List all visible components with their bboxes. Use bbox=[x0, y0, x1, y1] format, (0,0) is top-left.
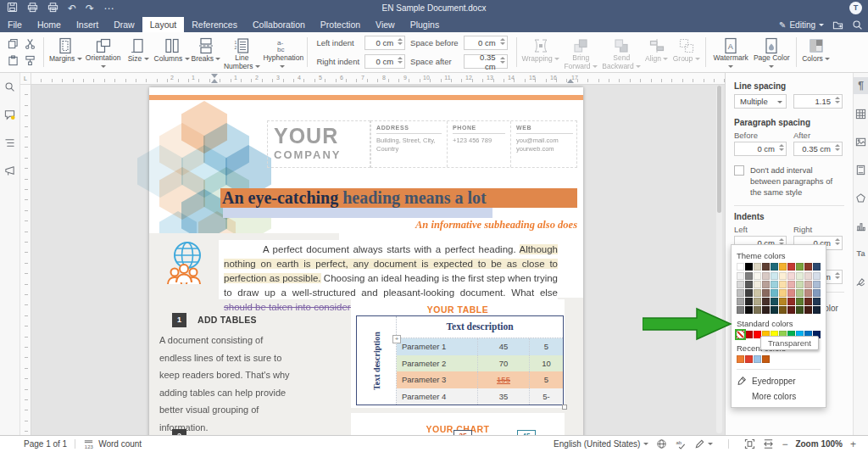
paste-icon[interactable] bbox=[6, 54, 19, 68]
tint-color-swatch[interactable] bbox=[804, 272, 812, 280]
recent-color-swatch[interactable] bbox=[754, 355, 761, 363]
tint-color-swatch[interactable] bbox=[771, 272, 778, 280]
tint-color-swatch[interactable] bbox=[787, 298, 795, 305]
page-indicator[interactable]: Page 1 of 1 bbox=[24, 439, 67, 449]
editing-mode-button[interactable]: ✎ Editing bbox=[779, 20, 824, 30]
table-settings-icon[interactable] bbox=[854, 105, 868, 122]
tab-layout[interactable]: Layout bbox=[142, 17, 185, 32]
ribbon-button-margins[interactable]: Margins bbox=[49, 34, 82, 70]
data-table[interactable]: Text description Text description Parame… bbox=[356, 315, 564, 405]
table-row[interactable]: Parameter 31555 bbox=[397, 371, 563, 388]
tint-color-swatch[interactable] bbox=[813, 272, 821, 280]
tint-color-swatch[interactable] bbox=[762, 298, 770, 305]
tint-color-swatch[interactable] bbox=[737, 272, 744, 280]
tint-color-swatch[interactable] bbox=[745, 281, 753, 288]
language-button[interactable]: English (United States) bbox=[554, 439, 648, 449]
tint-color-swatch[interactable] bbox=[771, 306, 778, 314]
tint-color-swatch[interactable] bbox=[779, 289, 787, 297]
tint-color-swatch[interactable] bbox=[737, 298, 744, 305]
tint-color-swatch[interactable] bbox=[813, 281, 821, 288]
table-row[interactable]: Parameter 27010 bbox=[397, 355, 563, 372]
tint-color-swatch[interactable] bbox=[813, 306, 821, 314]
eyedropper-button[interactable]: Eyedropper bbox=[737, 374, 821, 389]
tab-view[interactable]: View bbox=[368, 17, 403, 32]
right-indent-input[interactable]: 0 cm bbox=[364, 54, 405, 69]
tint-color-swatch[interactable] bbox=[796, 289, 804, 297]
standard-color-swatch[interactable] bbox=[745, 331, 753, 338]
ribbon-button-hyphenation[interactable]: a-bcHyphenation bbox=[263, 34, 302, 70]
theme-color-swatch[interactable] bbox=[737, 263, 744, 271]
feedback-icon[interactable] bbox=[4, 165, 15, 180]
ribbon-button-colors[interactable]: Colors bbox=[802, 34, 830, 70]
line-spacing-select[interactable]: Multiple bbox=[734, 94, 787, 109]
spacing-after-input[interactable]: 0.35 cm bbox=[793, 142, 843, 156]
word-count-button[interactable]: Word count bbox=[98, 439, 142, 449]
tint-color-swatch[interactable] bbox=[779, 306, 787, 314]
theme-color-swatch[interactable] bbox=[745, 263, 753, 271]
theme-color-swatch[interactable] bbox=[796, 263, 804, 271]
chart-settings-icon[interactable] bbox=[854, 217, 868, 234]
textart-settings-icon[interactable]: Ta bbox=[854, 245, 868, 262]
ribbon-button-columns[interactable]: Columns bbox=[154, 34, 190, 70]
tint-color-swatch[interactable] bbox=[787, 281, 795, 288]
set-language-icon[interactable] bbox=[656, 438, 667, 449]
recent-color-swatch[interactable] bbox=[737, 355, 744, 363]
zoom-level[interactable]: Zoom 100% bbox=[795, 439, 843, 449]
theme-color-swatch[interactable] bbox=[787, 263, 795, 271]
interval-checkbox[interactable] bbox=[734, 165, 744, 176]
spacing-before-input[interactable]: 0 cm bbox=[734, 142, 787, 156]
tint-color-swatch[interactable] bbox=[754, 281, 761, 288]
tab-collaboration[interactable]: Collaboration bbox=[245, 17, 313, 32]
tint-color-swatch[interactable] bbox=[762, 281, 770, 288]
tint-color-swatch[interactable] bbox=[813, 289, 821, 297]
navigation-icon[interactable] bbox=[4, 137, 15, 152]
section1-body[interactable]: A document consisting of endless lines o… bbox=[159, 332, 297, 435]
tint-color-swatch[interactable] bbox=[804, 289, 812, 297]
spellcheck-icon[interactable]: ab bbox=[675, 438, 687, 449]
tint-color-swatch[interactable] bbox=[787, 306, 795, 314]
table-row[interactable]: Parameter 4355- bbox=[397, 388, 563, 405]
theme-color-swatch[interactable] bbox=[804, 263, 812, 271]
tint-color-swatch[interactable] bbox=[771, 281, 778, 288]
document-scrollbar[interactable] bbox=[716, 86, 722, 433]
ribbon-button-watermark[interactable]: AWatermark bbox=[711, 34, 750, 70]
tint-color-swatch[interactable] bbox=[787, 289, 795, 297]
tab-draw[interactable]: Draw bbox=[106, 17, 142, 32]
tint-color-swatch[interactable] bbox=[745, 272, 753, 280]
tint-color-swatch[interactable] bbox=[737, 306, 744, 314]
tab-protection[interactable]: Protection bbox=[313, 17, 368, 32]
ribbon-button-size[interactable]: Size bbox=[125, 34, 153, 70]
document-page[interactable]: YOUR COMPANY ADDRESS Building, Street, C… bbox=[149, 87, 583, 435]
open-file-location-icon[interactable] bbox=[832, 20, 843, 31]
line-spacing-value-input[interactable]: 1.15 bbox=[793, 94, 843, 109]
search-icon[interactable] bbox=[4, 81, 15, 96]
ribbon-button-breaks[interactable]: Breaks bbox=[192, 34, 221, 70]
tint-color-swatch[interactable] bbox=[762, 306, 770, 314]
tint-color-swatch[interactable] bbox=[754, 306, 761, 314]
tint-color-swatch[interactable] bbox=[796, 272, 804, 280]
ribbon-button-page-color[interactable]: Page Color bbox=[752, 34, 791, 70]
fit-page-icon[interactable] bbox=[744, 438, 755, 449]
tint-color-swatch[interactable] bbox=[737, 289, 744, 297]
search-icon[interactable] bbox=[852, 20, 863, 31]
fit-width-icon[interactable] bbox=[763, 438, 774, 449]
more-colors-button[interactable]: More colors bbox=[737, 389, 821, 402]
recent-color-swatch[interactable] bbox=[745, 355, 753, 363]
tint-color-swatch[interactable] bbox=[771, 289, 778, 297]
theme-color-swatch[interactable] bbox=[813, 263, 821, 271]
table-resize-handle[interactable] bbox=[562, 405, 567, 410]
tint-color-swatch[interactable] bbox=[796, 281, 804, 288]
shape-settings-icon[interactable] bbox=[854, 189, 868, 206]
tint-color-swatch[interactable] bbox=[804, 281, 812, 288]
zoom-out-button[interactable]: − bbox=[782, 438, 787, 450]
zoom-in-button[interactable]: + bbox=[850, 438, 856, 450]
paragraph-settings-icon[interactable]: ¶ bbox=[854, 77, 868, 94]
signature-settings-icon[interactable] bbox=[854, 273, 868, 290]
first-line-indent-marker[interactable] bbox=[211, 74, 218, 78]
theme-color-swatch[interactable] bbox=[762, 263, 770, 271]
headerfooter-settings-icon[interactable] bbox=[854, 161, 868, 178]
theme-color-swatch[interactable] bbox=[779, 263, 787, 271]
horizontal-ruler[interactable]: 211234567891011121314151617 bbox=[31, 73, 725, 85]
table-row[interactable]: Parameter 1455 bbox=[397, 338, 563, 355]
tint-color-swatch[interactable] bbox=[754, 298, 761, 305]
